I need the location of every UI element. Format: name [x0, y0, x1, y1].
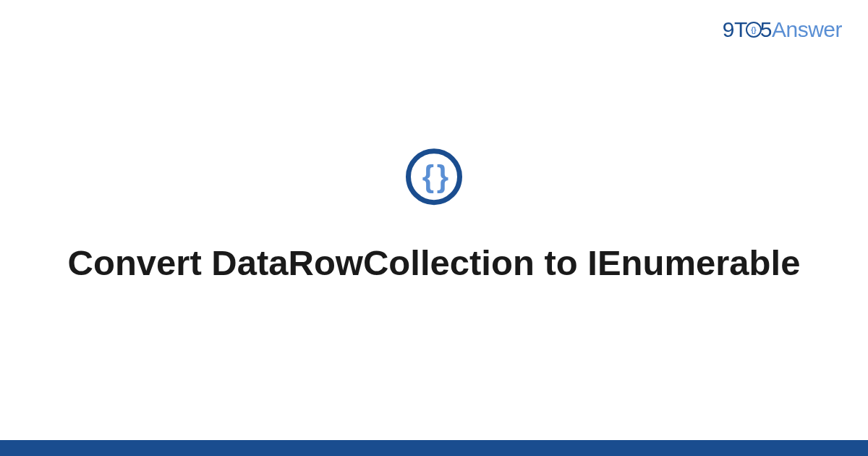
- code-braces-icon: { }: [422, 159, 446, 194]
- category-icon-circle: { }: [406, 148, 462, 205]
- logo-o-icon: [746, 22, 762, 38]
- logo-text-9t: 9T: [723, 17, 747, 41]
- main-content: { } Convert DataRowCollection to IEnumer…: [0, 148, 868, 285]
- site-logo: 9T5Answer: [723, 17, 842, 42]
- footer-bar: [0, 440, 868, 456]
- logo-text-answer: Answer: [772, 17, 842, 41]
- header: 9T5Answer: [723, 17, 842, 42]
- page-title: Convert DataRowCollection to IEnumerable: [0, 241, 868, 285]
- logo-text-5: 5: [760, 17, 772, 41]
